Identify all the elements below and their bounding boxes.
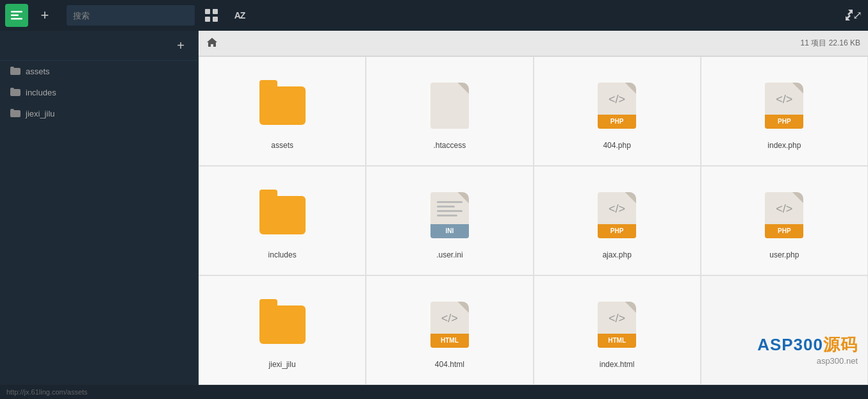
file-icon-userphp: </> PHP bbox=[758, 186, 810, 244]
content-area: 11 项目 22.16 KB assets .htaccess bbox=[199, 31, 868, 385]
file-cell-ajaxphp[interactable]: </> PHP ajax.php bbox=[534, 166, 701, 275]
file-cell-indexhtml[interactable]: </> HTML index.html bbox=[534, 275, 701, 385]
file-icon-indexhtml: </> HTML bbox=[591, 296, 643, 354]
file-name-indexphp: index.php bbox=[767, 141, 801, 150]
file-cell-userini[interactable]: INI .user.ini bbox=[366, 166, 533, 275]
file-icon-htaccess bbox=[424, 77, 475, 134]
file-cell-includes[interactable]: includes bbox=[199, 166, 366, 275]
file-icon-404php: </> PHP bbox=[591, 77, 643, 134]
topbar: + AZ ⤢ bbox=[0, 0, 868, 31]
file-icon-404html: </> HTML bbox=[424, 296, 475, 354]
content-info: 11 项目 22.16 KB bbox=[801, 38, 860, 49]
svg-rect-5 bbox=[205, 17, 210, 22]
file-name-404html: 404.html bbox=[435, 360, 464, 369]
statusbar: http://jx.61ling.com/assets bbox=[0, 385, 868, 399]
svg-rect-8 bbox=[10, 67, 14, 69]
grid-view-button[interactable] bbox=[200, 4, 223, 27]
file-name-htaccess: .htaccess bbox=[434, 141, 466, 150]
file-name-includes: includes bbox=[268, 250, 297, 259]
folder-icon-assets-large bbox=[257, 77, 308, 134]
file-icon-indexphp: </> PHP bbox=[758, 77, 810, 134]
file-name-userini: .user.ini bbox=[436, 250, 463, 259]
sort-button[interactable]: AZ bbox=[228, 4, 251, 27]
svg-rect-3 bbox=[205, 9, 210, 14]
file-cell-indexphp[interactable]: </> PHP index.php bbox=[701, 56, 868, 166]
sidebar-item-jiexi_jilu[interactable]: jiexi_jilu bbox=[0, 103, 198, 124]
svg-rect-1 bbox=[11, 15, 19, 17]
svg-rect-0 bbox=[11, 11, 22, 13]
file-name-userphp: user.php bbox=[769, 250, 799, 259]
file-name-jiexi_jilu: jiexi_jilu bbox=[269, 360, 296, 369]
file-cell-userphp[interactable]: </> PHP user.php bbox=[701, 166, 868, 275]
svg-rect-4 bbox=[213, 9, 218, 14]
file-name-ajaxphp: ajax.php bbox=[602, 250, 631, 259]
search-input[interactable] bbox=[67, 5, 195, 26]
file-icon-ajaxphp: </> PHP bbox=[591, 186, 643, 244]
fullscreen-button[interactable]: ⤢ bbox=[840, 4, 863, 27]
file-name-404php: 404.php bbox=[603, 141, 630, 150]
file-cell-404html[interactable]: </> HTML 404.html bbox=[366, 275, 533, 385]
sidebar-item-includes[interactable]: includes bbox=[0, 82, 198, 103]
svg-rect-10 bbox=[10, 88, 14, 90]
status-url: http://jx.61ling.com/assets bbox=[6, 388, 88, 396]
content-toolbar: 11 项目 22.16 KB bbox=[199, 31, 868, 56]
file-grid: assets .htaccess </> PHP 404.php bbox=[199, 56, 868, 385]
folder-icon-includes bbox=[10, 87, 20, 98]
folder-icon-includes-large bbox=[257, 186, 308, 244]
file-icon-userini: INI bbox=[424, 186, 475, 244]
file-name-indexhtml: index.html bbox=[600, 360, 635, 369]
file-cell-assets[interactable]: assets bbox=[199, 56, 366, 166]
sidebar-item-label-jiexi_jilu: jiexi_jilu bbox=[26, 109, 55, 118]
file-name-assets: assets bbox=[271, 141, 293, 150]
folder-icon-jiexi_jilu-large bbox=[257, 296, 308, 354]
file-cell-jiexi_jilu[interactable]: jiexi_jilu bbox=[199, 275, 366, 385]
home-button[interactable] bbox=[206, 37, 218, 50]
sidebar-header: + bbox=[0, 31, 198, 61]
file-cell-404php[interactable]: </> PHP 404.php bbox=[534, 56, 701, 166]
sidebar: + assets includes bbox=[0, 31, 199, 385]
sidebar-item-label-assets: assets bbox=[26, 67, 50, 76]
add-button[interactable]: + bbox=[33, 4, 56, 27]
folder-icon-jiexi_jilu bbox=[10, 108, 20, 119]
search-wrap bbox=[67, 5, 195, 26]
menu-button[interactable] bbox=[5, 4, 28, 27]
file-cell-empty bbox=[701, 275, 868, 385]
main-layout: + assets includes bbox=[0, 31, 868, 385]
svg-rect-12 bbox=[10, 109, 14, 111]
svg-rect-2 bbox=[11, 18, 22, 20]
file-cell-htaccess[interactable]: .htaccess bbox=[366, 56, 533, 166]
folder-icon-assets bbox=[10, 66, 20, 77]
sidebar-item-assets[interactable]: assets bbox=[0, 61, 198, 82]
svg-rect-6 bbox=[213, 17, 218, 22]
sidebar-item-label-includes: includes bbox=[26, 88, 56, 97]
sidebar-add-button[interactable]: + bbox=[171, 36, 190, 55]
